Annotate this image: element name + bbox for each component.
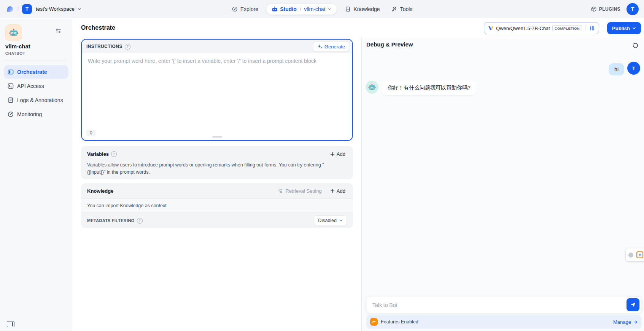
sidebar-item-orchestrate[interactable]: Orchestrate <box>4 65 68 79</box>
workspace-name: test's Workspace <box>36 6 75 12</box>
nav-tools-label: Tools <box>400 6 413 12</box>
package-icon <box>591 6 597 12</box>
dify-logo <box>5 5 14 14</box>
app-settings-icon[interactable] <box>55 28 61 34</box>
main-nav: Explore Studio / vllm-chat Knowledge <box>228 0 417 18</box>
app-avatar[interactable] <box>5 24 22 41</box>
app-root: / T test's Workspace Explore Studio / vl… <box>0 0 644 331</box>
book-icon <box>345 6 351 12</box>
extension-icon <box>636 251 643 258</box>
chat-input[interactable] <box>372 297 623 313</box>
help-icon[interactable] <box>137 218 143 224</box>
sidebar-item-api-access[interactable]: API Access <box>4 79 68 93</box>
nav-tools[interactable]: Tools <box>388 4 417 14</box>
help-icon[interactable] <box>125 44 130 50</box>
sidebar-item-label: Logs & Annotations <box>17 97 63 103</box>
vllm-logo-icon <box>488 25 494 31</box>
metadata-filtering-dropdown[interactable]: Disabled <box>314 215 347 226</box>
model-name: Qwen/Qwen1.5-7B-Chat <box>496 26 550 31</box>
instructions-panel: INSTRUCTIONS Generate 0 <box>81 39 353 141</box>
sidebar-item-logs-annotations[interactable]: Logs & Annotations <box>4 93 68 107</box>
page-title: Orchestrate <box>81 24 115 31</box>
publish-button[interactable]: Publish <box>607 22 641 34</box>
app-type-badge: CHATBOT <box>5 51 25 56</box>
sidebar-item-label: Orchestrate <box>17 69 47 75</box>
add-knowledge-button[interactable]: Add <box>329 187 347 195</box>
instructions-title: INSTRUCTIONS <box>86 44 122 49</box>
nav-explore[interactable]: Explore <box>228 4 262 14</box>
metadata-filtering-value: Disabled <box>318 218 337 223</box>
nav-explore-label: Explore <box>240 6 258 12</box>
user-avatar: T <box>627 62 640 75</box>
model-mode-badge: COMPLETION <box>552 25 582 31</box>
instructions-body: 0 <box>82 53 352 140</box>
instructions-header: INSTRUCTIONS Generate <box>82 40 352 53</box>
divider <box>603 25 603 31</box>
send-icon <box>630 302 636 308</box>
bot-avatar <box>366 81 378 94</box>
help-icon[interactable] <box>111 151 117 157</box>
divider <box>585 26 586 31</box>
char-count-badge: 0 <box>86 130 96 136</box>
prompt-input[interactable] <box>87 57 347 123</box>
divider <box>5 61 67 61</box>
knowledge-panel: Knowledge Retrieval Setting Add You can <box>81 183 353 228</box>
features-label: Features Enabled <box>381 319 418 325</box>
sidebar-item-monitoring[interactable]: Monitoring <box>4 107 68 121</box>
breadcrumb-separator: / <box>300 6 301 12</box>
manage-label: Manage <box>613 319 631 325</box>
top-nav: / T test's Workspace Explore Studio / vl… <box>0 0 644 18</box>
workspace-switcher[interactable]: / T test's Workspace <box>0 4 81 14</box>
knowledge-empty-text: You can import Knowledge as context <box>87 203 167 208</box>
plus-icon <box>330 189 335 193</box>
nav-right: PLUGINS T <box>591 0 639 18</box>
add-label: Add <box>337 151 345 157</box>
model-selector[interactable]: Qwen/Qwen1.5-7B-Chat COMPLETION <box>484 22 599 34</box>
arrow-right-icon <box>633 320 638 325</box>
bot-message-bubble: 你好！有什么问题我可以帮助你吗? <box>382 81 477 95</box>
chevron-down-icon[interactable] <box>328 7 331 11</box>
plus-icon <box>330 152 335 157</box>
user-avatar[interactable]: T <box>627 3 639 15</box>
header-actions: Qwen/Qwen1.5-7B-Chat COMPLETION Publish <box>484 22 641 34</box>
nav-knowledge-label: Knowledge <box>353 6 380 12</box>
nav-knowledge[interactable]: Knowledge <box>341 4 383 14</box>
chat-input-bar <box>366 296 642 313</box>
features-icon <box>370 318 378 326</box>
plugins-label: PLUGINS <box>599 6 620 12</box>
sidebar-menu: Orchestrate API Access Logs & Annotation… <box>4 65 68 121</box>
collapse-sidebar-icon[interactable] <box>7 321 14 327</box>
robot-icon <box>272 6 278 12</box>
retrieval-icon <box>278 188 283 193</box>
terminal-icon <box>8 83 14 89</box>
nav-studio-label: Studio <box>280 6 297 12</box>
nav-studio-pill[interactable]: Studio / vllm-chat <box>266 3 337 15</box>
manage-features-link[interactable]: Manage <box>613 319 638 325</box>
add-label: Add <box>337 188 345 194</box>
generate-label: Generate <box>324 44 345 50</box>
resize-handle[interactable] <box>212 136 222 138</box>
debug-preview-title: Debug & Preview <box>366 41 413 48</box>
model-settings-icon[interactable] <box>589 25 595 31</box>
workspace-avatar: T <box>22 4 32 14</box>
debug-preview-panel: Debug & Preview hi T 你好！有什么问题我可以帮助你吗? <box>361 38 644 331</box>
variables-panel: Variables Add Variables allow users to i… <box>81 146 353 179</box>
add-variable-button[interactable]: Add <box>329 150 347 158</box>
chevron-down-icon <box>339 219 343 222</box>
retrieval-setting-label: Retrieval Setting <box>285 188 321 194</box>
features-bar: Features Enabled Manage <box>366 315 642 329</box>
sparkles-icon <box>317 44 323 49</box>
generate-button[interactable]: Generate <box>313 41 349 52</box>
app-sidebar: vllm-chat CHATBOT Orchestrate API Access <box>0 19 72 331</box>
robot-emoji-icon <box>368 83 376 91</box>
user-message-bubble: hi <box>609 63 624 75</box>
restart-conversation-icon[interactable] <box>632 42 639 49</box>
plugins-button[interactable]: PLUGINS <box>591 6 620 12</box>
nav-current-app: vllm-chat <box>304 6 325 12</box>
metadata-filtering-label: METADATA FILTERING <box>87 218 135 223</box>
retrieval-setting-button[interactable]: Retrieval Setting <box>278 188 321 194</box>
floating-extension-widget[interactable] <box>626 248 644 261</box>
send-button[interactable] <box>627 298 639 311</box>
gauge-icon <box>8 111 14 117</box>
drag-dot-icon <box>628 253 633 257</box>
